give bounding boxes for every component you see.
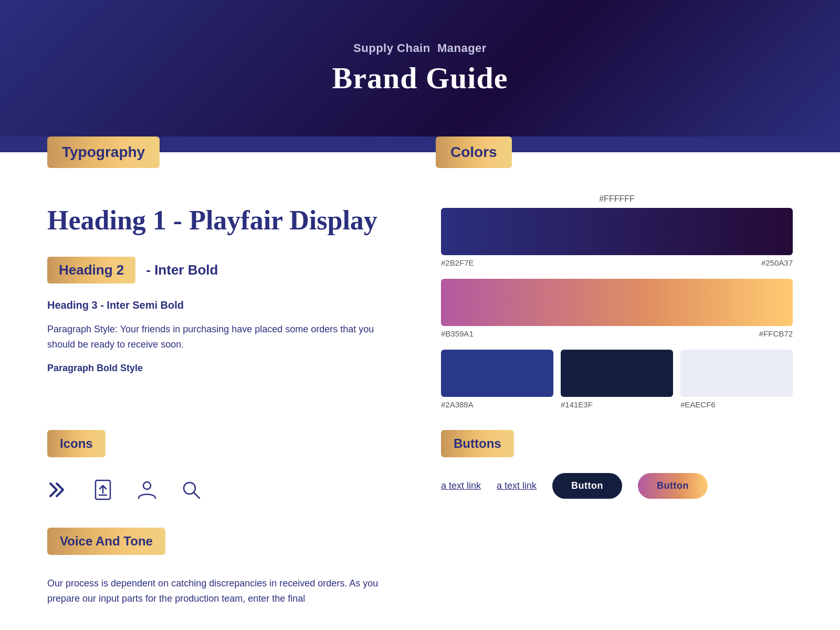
buttons-row: a text link a text link Button Button: [441, 473, 793, 499]
header-subtitle-text: Supply Chain: [353, 41, 430, 55]
badge-right: Colors: [404, 136, 793, 168]
swatch-blue: [441, 350, 553, 397]
heading3-display: Heading 3 - Inter Semi Bold: [47, 299, 399, 311]
color-label-left1: #2B2F7E: [441, 258, 474, 267]
color-labels-dark: #2B2F7E #250A37: [441, 258, 793, 267]
icons-row: [47, 478, 399, 501]
icons-badge: Icons: [47, 430, 106, 457]
swatch-label-light: #EAECF6: [680, 400, 793, 409]
header-subtitle-bold: Manager: [437, 41, 487, 55]
search-icon: [180, 478, 203, 501]
heading2-sublabel: - Inter Bold: [146, 262, 218, 278]
badge-left: Typography: [47, 136, 404, 168]
svg-point-2: [143, 482, 151, 489]
colors-section: #FFFFFF #2B2F7E #250A37 #B359A1 #FFCB72 …: [441, 194, 793, 409]
color-label-right2: #FFCB72: [759, 329, 793, 338]
double-chevron-icon: [47, 478, 70, 501]
colors-badge: Colors: [436, 136, 512, 168]
typography-badge: Typography: [47, 136, 160, 168]
heading1-display: Heading 1 - Playfair Display: [47, 205, 399, 236]
color-bar-dark-gradient: [441, 208, 793, 255]
header-subtitle: Supply Chain Manager: [353, 41, 487, 55]
heading2-wrapper: Heading 2 - Inter Bold: [47, 257, 399, 284]
text-link-2[interactable]: a text link: [497, 480, 537, 491]
color-label-white: #FFFFFF: [441, 194, 793, 204]
icons-voice-section: Icons: [47, 430, 399, 606]
swatch-label-blue: #2A388A: [441, 400, 553, 409]
swatch-light: [680, 350, 793, 397]
voice-tone-text: Our process is dependent on catching dis…: [47, 576, 399, 606]
color-label-left2: #B359A1: [441, 329, 474, 338]
page-header: Supply Chain Manager Brand Guide: [0, 0, 840, 136]
heading2-badge: Heading 2: [47, 257, 135, 284]
color-swatches-row: [441, 350, 793, 397]
button-gradient[interactable]: Button: [638, 473, 708, 499]
voice-tone-section: Voice And Tone Our process is dependent …: [47, 528, 399, 606]
account-icon: [135, 478, 159, 501]
buttons-badge: Buttons: [441, 430, 514, 457]
voice-tone-badge: Voice And Tone: [47, 528, 165, 555]
svg-line-4: [194, 492, 200, 498]
upload-file-icon: [91, 478, 114, 501]
color-bar-warm-gradient: [441, 279, 793, 326]
buttons-section: Buttons a text link a text link Button B…: [441, 430, 793, 606]
color-label-right1: #250A37: [761, 258, 793, 267]
swatch-labels-row: #2A388A #141E3F #EAECF6: [441, 400, 793, 409]
paragraph-bold-display: Paragraph Bold Style: [47, 363, 399, 374]
text-link-1[interactable]: a text link: [441, 480, 481, 491]
color-labels-warm: #B359A1 #FFCB72: [441, 329, 793, 338]
paragraph-display: Paragraph Style: Your friends in purchas…: [47, 322, 399, 352]
main-two-col: Heading 1 - Playfair Display Heading 2 -…: [0, 168, 840, 430]
swatch-dark: [561, 350, 673, 397]
typography-section: Heading 1 - Playfair Display Heading 2 -…: [47, 194, 399, 409]
bottom-row: Icons: [0, 430, 840, 627]
badge-row: Typography Colors: [0, 136, 840, 168]
swatch-label-dark: #141E3F: [561, 400, 673, 409]
header-title: Brand Guide: [332, 60, 508, 96]
button-dark[interactable]: Button: [552, 473, 622, 499]
